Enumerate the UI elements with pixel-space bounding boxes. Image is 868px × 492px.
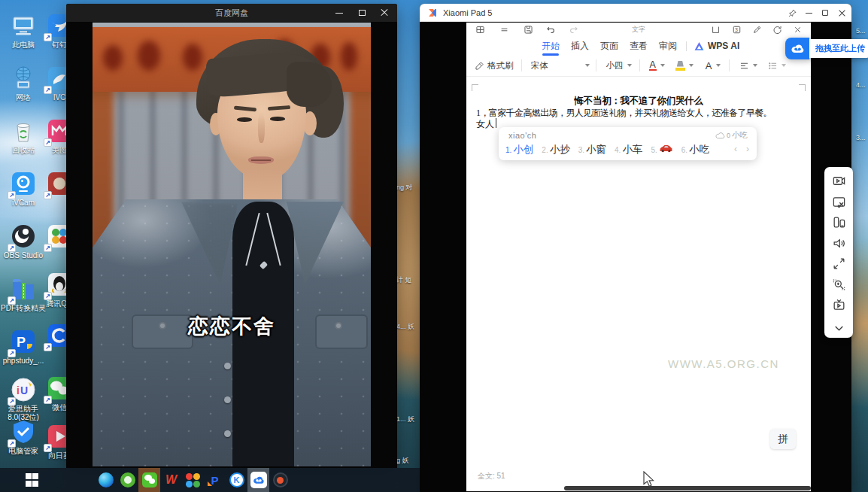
taskbar-recorder[interactable] <box>269 468 291 492</box>
alignment-button[interactable] <box>739 61 757 71</box>
ime-prev-page-icon[interactable]: ‹ <box>734 144 737 154</box>
ime-cloud-candidate[interactable]: 0 小吃 <box>715 130 748 141</box>
collapse-toolbar-button[interactable] <box>828 317 849 339</box>
wps-ai-icon <box>693 41 705 52</box>
shortcut-arrow-icon: ↗ <box>44 444 52 452</box>
shield-icon: ↗ <box>10 418 37 445</box>
maximize-button[interactable] <box>351 4 373 22</box>
pinyin-ime-badge[interactable]: 拼 <box>770 429 796 449</box>
person-hair-fringe <box>287 62 332 107</box>
tab-review[interactable]: 审阅 <box>659 37 677 56</box>
shortcut-arrow-icon: ↗ <box>44 343 52 351</box>
icon-label: iVCam <box>0 199 47 207</box>
edge-icon <box>99 472 114 487</box>
video-subtitle: 恋恋不舍 <box>93 313 371 340</box>
taskbar-k-app[interactable]: K <box>226 468 247 492</box>
mirror-side-toolbar <box>824 167 853 338</box>
mirror-letterbox: 文字 3 开始 插入 页面 查看 审阅 WPS AI <box>420 23 851 492</box>
tab-label: 页面 <box>600 41 618 51</box>
video-window-titlebar[interactable]: 百度网盘 <box>66 4 397 22</box>
font-name-dropdown[interactable]: 宋体 <box>531 60 590 71</box>
format-painter-label: 格式刷 <box>487 60 514 71</box>
screen-record-button[interactable] <box>828 171 849 192</box>
bullet-list-button[interactable] <box>768 61 786 71</box>
minimize-icon <box>335 13 343 14</box>
text-format-button[interactable]: A <box>706 60 721 71</box>
k-icon: K <box>229 472 244 487</box>
chevron-down-icon <box>660 64 665 67</box>
close-button[interactable] <box>833 4 850 22</box>
ime-candidate-5-car[interactable]: 5. <box>651 144 672 154</box>
candidate-text: 小吃 <box>689 143 709 156</box>
netdisk-cloud-icon <box>250 472 267 488</box>
font-size-value: 小四 <box>606 60 624 71</box>
chevron-down-icon <box>627 64 632 67</box>
start-button[interactable] <box>21 468 43 492</box>
shortcut-arrow-icon: ↗ <box>8 349 16 357</box>
wechat-icon <box>142 472 157 487</box>
zoom-button[interactable] <box>828 275 849 296</box>
ime-candidate-4[interactable]: 4.小车 <box>615 143 642 156</box>
split-screen-button[interactable] <box>828 212 849 233</box>
minimize-button[interactable] <box>800 4 817 22</box>
fullscreen-button[interactable] <box>828 254 849 275</box>
taskbar-wechat[interactable] <box>138 468 160 492</box>
ime-candidate-1[interactable]: 1.小创 <box>505 143 533 156</box>
taskbar-360[interactable] <box>117 468 138 492</box>
tab-view[interactable]: 查看 <box>630 37 648 56</box>
taskbar-wps-pdf[interactable]: P <box>204 468 226 492</box>
ime-candidate-6[interactable]: 6.小吃 <box>681 143 709 156</box>
minimize-button[interactable] <box>328 4 351 22</box>
tab-label: 审阅 <box>659 41 677 51</box>
taskbar-baidu-netdisk[interactable] <box>247 468 269 492</box>
font-size-dropdown[interactable]: 小四 <box>606 60 632 71</box>
close-icon <box>839 10 845 17</box>
shortcut-arrow-icon: ↗ <box>44 191 52 199</box>
margin-corner-mark <box>799 84 806 91</box>
taskbar-app-store[interactable] <box>182 468 204 492</box>
font-name-value: 宋体 <box>531 60 548 71</box>
android-gesture-bar[interactable] <box>564 486 811 490</box>
ime-candidate-2[interactable]: 2.小抄 <box>542 143 569 156</box>
volume-button[interactable] <box>828 233 849 254</box>
chevron-down-icon <box>782 64 786 67</box>
desktop-label-fragment: 4... <box>856 81 866 89</box>
pad-window-titlebar[interactable]: Xiaomi Pad 5 <box>420 4 851 22</box>
tab-home[interactable]: 开始 <box>542 37 560 56</box>
tab-wps-ai[interactable]: WPS AI <box>708 38 739 54</box>
candidate-text: 小创 <box>513 143 533 156</box>
cast-tv-button[interactable] <box>828 295 849 316</box>
pin-button[interactable] <box>784 4 800 22</box>
video-canvas[interactable]: 恋恋不舍 <box>93 23 371 466</box>
person-eye <box>237 117 252 122</box>
candidate-num: 1. <box>505 146 511 154</box>
taskbar-edge[interactable] <box>95 468 117 492</box>
ime-next-page-icon[interactable]: › <box>746 144 749 154</box>
aisi-icon: iU↗ <box>10 376 37 403</box>
upload-drop-target[interactable]: 拖拽至此上传 <box>785 38 868 59</box>
desktop-label-fragment: 计 短 <box>396 275 412 285</box>
format-painter-button[interactable]: 格式刷 <box>475 60 514 71</box>
close-icon <box>381 9 388 17</box>
tab-label: 开始 <box>542 41 560 51</box>
tab-page[interactable]: 页面 <box>600 37 618 56</box>
ribbon-tabs: 开始 插入 页面 查看 审阅 WPS AI <box>466 37 811 55</box>
font-color-button[interactable]: A <box>649 61 665 71</box>
minimize-icon <box>806 13 812 14</box>
taskbar-wps[interactable]: W <box>160 468 182 492</box>
highlight-color-button[interactable] <box>675 61 693 71</box>
close-button[interactable] <box>373 4 396 22</box>
word-count-status: 全文: 51 <box>478 471 505 481</box>
maximize-button[interactable] <box>817 4 833 22</box>
ime-candidate-3[interactable]: 3.小窗 <box>578 143 606 156</box>
document-canvas[interactable]: 悔不当初：我不追了你们哭什么 1，富家千金高燃出场，男人见面送礼物，并买礼物送给… <box>466 77 811 491</box>
divider <box>686 41 687 51</box>
candidate-num: 3. <box>578 146 584 154</box>
ime-composition: xiao'ch <box>508 131 536 140</box>
screen-clip-button[interactable] <box>828 192 849 213</box>
desktop-label-fragment: 3... <box>856 134 866 141</box>
chevron-down-icon <box>753 64 757 67</box>
tab-insert[interactable]: 插入 <box>571 37 589 56</box>
wps-app-logo-icon <box>427 8 438 18</box>
shortcut-arrow-icon: ↗ <box>44 138 52 147</box>
